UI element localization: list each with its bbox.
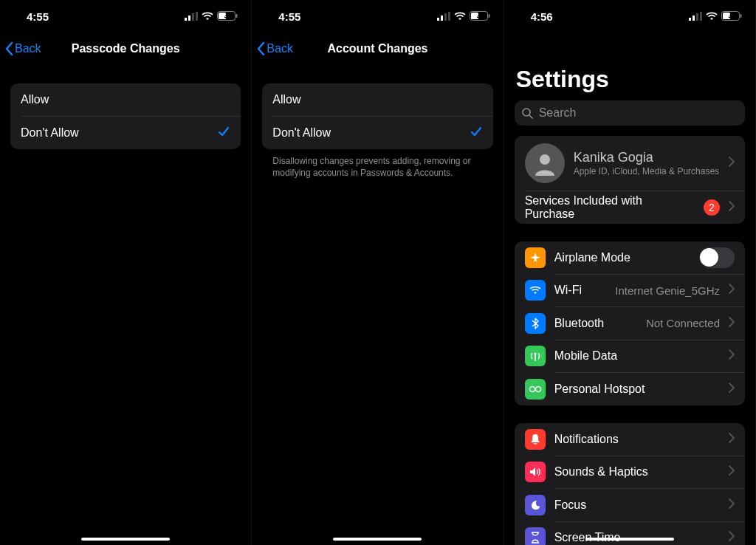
back-button[interactable]: Back xyxy=(252,41,293,56)
screen-account-changes: 4:55 47 Back Account Changes Allow Don't… xyxy=(252,0,504,545)
wifi-tile-icon xyxy=(525,280,546,301)
focus-label: Focus xyxy=(554,498,720,512)
wifi-row[interactable]: Wi-Fi Internet Genie_5GHz xyxy=(515,274,745,306)
status-bar: 4:55 47 xyxy=(252,0,503,32)
svg-rect-17 xyxy=(693,16,695,21)
bluetooth-value: Not Connected xyxy=(646,317,720,329)
svg-rect-1 xyxy=(188,16,190,21)
svg-rect-11 xyxy=(448,12,450,21)
wifi-icon xyxy=(454,10,466,23)
options-group: Allow Don't Allow xyxy=(10,83,241,149)
screentime-row[interactable]: Screen Time xyxy=(515,521,745,545)
svg-text:47: 47 xyxy=(476,12,483,19)
back-label: Back xyxy=(15,42,41,55)
svg-rect-19 xyxy=(700,12,702,21)
chevron-right-icon xyxy=(729,201,735,214)
home-indicator[interactable] xyxy=(81,538,170,541)
status-right: 47 xyxy=(185,10,238,23)
alerts-group: Notifications Sounds & Haptics Focus Scr… xyxy=(515,423,745,546)
airplane-toggle[interactable] xyxy=(699,247,735,268)
home-indicator[interactable] xyxy=(333,538,422,541)
status-bar: 4:55 47 xyxy=(0,0,251,32)
bluetooth-label: Bluetooth xyxy=(554,317,637,330)
status-right: 47 xyxy=(689,10,742,23)
signal-icon xyxy=(185,10,198,23)
notifications-row[interactable]: Notifications xyxy=(515,423,745,456)
airplane-label: Airplane Mode xyxy=(554,251,690,264)
svg-point-28 xyxy=(535,386,540,391)
services-badge: 2 xyxy=(704,199,720,216)
wifi-label: Wi-Fi xyxy=(554,284,607,297)
chevron-right-icon xyxy=(729,465,735,479)
connectivity-group: Airplane Mode Wi-Fi Internet Genie_5GHz … xyxy=(515,241,745,405)
mobile-data-row[interactable]: Mobile Data xyxy=(515,340,745,372)
hotspot-row[interactable]: Personal Hotspot xyxy=(515,373,745,405)
svg-rect-3 xyxy=(196,12,198,21)
signal-icon xyxy=(437,10,450,23)
option-dont-allow[interactable]: Don't Allow xyxy=(262,117,492,149)
bluetooth-row[interactable]: Bluetooth Not Connected xyxy=(515,307,745,340)
profile-row[interactable]: Kanika Gogia Apple ID, iCloud, Media & P… xyxy=(515,136,745,191)
profile-group: Kanika Gogia Apple ID, iCloud, Media & P… xyxy=(515,136,745,224)
bluetooth-icon xyxy=(525,313,546,334)
services-row[interactable]: Services Included with Purchase 2 xyxy=(515,191,745,224)
status-time: 4:55 xyxy=(278,10,300,23)
battery-icon: 47 xyxy=(470,10,490,23)
person-icon xyxy=(532,151,557,176)
svg-rect-0 xyxy=(185,18,187,21)
hotspot-icon xyxy=(525,379,546,400)
svg-rect-9 xyxy=(441,16,443,21)
option-allow[interactable]: Allow xyxy=(262,83,492,116)
chevron-left-icon xyxy=(256,41,265,56)
chevron-right-icon xyxy=(729,433,735,446)
home-indicator[interactable] xyxy=(585,538,674,541)
svg-rect-14 xyxy=(488,14,489,18)
search-icon xyxy=(522,108,533,119)
nav-bar: Back Passcode Changes xyxy=(0,32,251,65)
checkmark-icon xyxy=(217,125,230,141)
search-input[interactable]: Search xyxy=(515,100,745,126)
antenna-icon xyxy=(525,346,546,366)
svg-rect-10 xyxy=(444,13,447,21)
airplane-row[interactable]: Airplane Mode xyxy=(515,241,745,274)
status-time: 4:56 xyxy=(531,10,553,23)
chevron-right-icon xyxy=(729,349,735,363)
option-allow-label: Allow xyxy=(21,93,49,106)
wifi-icon xyxy=(706,10,718,23)
screen-passcode-changes: 4:55 47 Back Passcode Changes Allow Don'… xyxy=(0,0,252,545)
svg-rect-16 xyxy=(689,18,691,21)
svg-rect-6 xyxy=(236,14,238,18)
wifi-icon xyxy=(202,10,213,23)
chevron-left-icon xyxy=(4,41,13,56)
moon-icon xyxy=(525,495,546,515)
notifications-label: Notifications xyxy=(554,433,720,446)
svg-rect-22 xyxy=(740,14,741,18)
option-allow-label: Allow xyxy=(272,93,300,106)
checkmark-icon xyxy=(470,125,483,141)
sounds-label: Sounds & Haptics xyxy=(554,465,720,479)
option-dont-allow[interactable]: Don't Allow xyxy=(10,117,241,149)
focus-row[interactable]: Focus xyxy=(515,489,745,521)
search-placeholder: Search xyxy=(539,106,577,120)
speaker-icon xyxy=(525,462,546,482)
chevron-right-icon xyxy=(729,284,735,297)
status-time: 4:55 xyxy=(27,10,49,23)
screen-settings: 4:56 47 Settings Search Kanika Gogia App… xyxy=(504,0,756,545)
option-allow[interactable]: Allow xyxy=(10,83,241,116)
back-label: Back xyxy=(267,42,293,55)
hotspot-label: Personal Hotspot xyxy=(554,383,720,396)
services-label: Services Included with Purchase xyxy=(525,194,695,221)
svg-text:47: 47 xyxy=(224,12,231,19)
sounds-row[interactable]: Sounds & Haptics xyxy=(515,456,745,488)
wifi-value: Internet Genie_5GHz xyxy=(615,284,720,297)
chevron-right-icon xyxy=(729,531,735,544)
avatar xyxy=(525,143,565,183)
back-button[interactable]: Back xyxy=(0,41,41,56)
svg-rect-2 xyxy=(192,13,194,21)
mobile-label: Mobile Data xyxy=(554,349,720,363)
airplane-icon xyxy=(525,247,546,268)
page-title: Settings xyxy=(504,32,755,97)
option-dont-allow-label: Don't Allow xyxy=(272,126,331,140)
chevron-right-icon xyxy=(729,498,735,512)
signal-icon xyxy=(689,10,702,23)
